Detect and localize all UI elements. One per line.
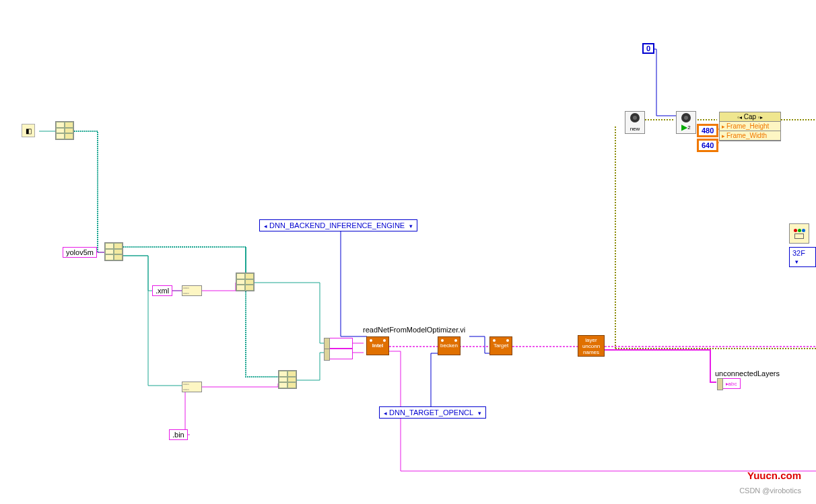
image-type-node <box>789 223 809 244</box>
camera-icon-2 <box>681 113 691 122</box>
ring-backend[interactable]: ◂ DNN_BACKEND_INFERENCE_ENGINE ▾ <box>259 219 417 231</box>
ring-target[interactable]: ◂ DNN_TARGET_OPENCL ▾ <box>379 406 486 419</box>
const-width[interactable]: 640 <box>697 139 718 152</box>
build-path-2 <box>104 242 123 261</box>
prop-cap-header: ▫◂ Cap ▫▸ <box>720 112 780 122</box>
vi-intel: Intel <box>366 336 389 355</box>
vi-intel-label: Intel <box>372 343 383 349</box>
const-xml[interactable]: .xml <box>152 285 172 296</box>
readnet-label: readNetFromModelOptimizer.vi <box>363 326 465 334</box>
concat-bin <box>182 382 202 392</box>
path-to-str-2 <box>329 349 353 359</box>
build-path-4 <box>278 370 297 389</box>
cam-new: new <box>625 111 645 134</box>
ring-format[interactable]: 32F ▾ <box>789 247 816 267</box>
cam-play-label: 2 <box>687 124 690 131</box>
build-path-1 <box>55 121 74 140</box>
vi-target-label: Target <box>494 343 508 349</box>
ring-target-text: DNN_TARGET_OPENCL <box>389 408 473 417</box>
prop-row-height[interactable]: Frame_Height <box>720 122 780 131</box>
rgb-icon <box>793 229 805 232</box>
const-bin[interactable]: .bin <box>169 429 188 440</box>
unconnected-indicator: ▸abc <box>722 378 741 389</box>
vi-layers: layer unconn names <box>578 335 605 357</box>
const-zero[interactable]: 0 <box>642 43 654 54</box>
watermark-site: Yuucn.com <box>747 470 801 481</box>
ring-backend-text: DNN_BACKEND_INFERENCE_ENGINE <box>269 221 405 229</box>
vi-target: Target <box>489 336 512 355</box>
const-yolo[interactable]: yolov5m <box>63 247 97 258</box>
camera-icon <box>630 113 640 122</box>
concat-xml <box>182 285 202 296</box>
cam-new-label: new <box>630 126 640 132</box>
cam-play: ▶ 2 <box>676 111 696 134</box>
vi-backend-label: becken <box>440 343 458 349</box>
ring-format-text: 32F <box>792 249 805 257</box>
prop-cap-title: Cap <box>744 113 756 120</box>
abc-icon: ▸abc <box>726 381 737 387</box>
prop-row-width[interactable]: Frame_Width <box>720 131 780 141</box>
vi-layers-label: layer unconn names <box>582 337 600 355</box>
build-path-3 <box>236 273 254 291</box>
unconnected-label: unconnectedLayers <box>715 369 780 377</box>
play-icon: ▶ <box>681 122 687 132</box>
prop-cap: ▫◂ Cap ▫▸ Frame_Height Frame_Width <box>719 112 781 141</box>
app-ref-icon: ◧ <box>22 124 35 137</box>
path-to-str-1 <box>329 338 353 349</box>
const-height[interactable]: 480 <box>697 124 718 137</box>
vi-backend: becken <box>438 336 461 355</box>
watermark-credit: CSDN @virobotics <box>739 487 801 495</box>
